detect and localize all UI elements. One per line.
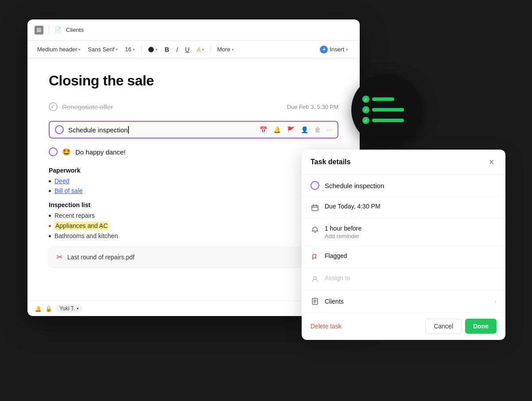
chevron-down-icon: ▾: [116, 47, 118, 52]
chevron-down-icon: ▾: [232, 47, 234, 52]
user-badge[interactable]: Yuki T. ▾: [56, 305, 82, 312]
doc-project-icon: [311, 297, 319, 306]
add-reminder-text[interactable]: Add reminder: [325, 233, 361, 239]
svg-rect-2: [37, 31, 41, 32]
panel-header: Task details ✕: [302, 150, 505, 175]
text-style-dropdown[interactable]: Medium header ▾: [35, 44, 83, 54]
chevron-down-icon: ▾: [346, 47, 348, 52]
flagged-text: Flagged: [325, 252, 347, 259]
panel-due-row[interactable]: Due Today, 4:30 PM: [302, 197, 505, 219]
top-bar: 📄 Clients: [27, 19, 360, 41]
check-circle-done-icon[interactable]: ✓: [49, 102, 58, 111]
panel-title: Task details: [311, 158, 350, 166]
circle-check-icon: ✓: [362, 106, 369, 113]
pdf-icon: ✂: [56, 252, 63, 262]
bell-icon[interactable]: 🔔: [273, 126, 281, 133]
completed-task-text: Renegotiate offer: [62, 103, 113, 111]
separator: [210, 46, 211, 54]
bell-status-icon: 🔔: [35, 305, 42, 312]
doc-title: Clients: [66, 27, 84, 33]
bathrooms-text: Bathrooms and kitchen: [54, 232, 118, 239]
done-button[interactable]: Done: [465, 319, 497, 334]
recent-repairs-text: Recent repairs: [54, 212, 95, 219]
panel-clients-row[interactable]: Clients ›: [302, 290, 505, 312]
appliances-text: Appliances and AC: [54, 222, 109, 230]
reminder-main-text: 1 hour before: [325, 225, 361, 232]
paperwork-list: Deed Bill of sale: [49, 177, 338, 194]
underline-button[interactable]: U: [183, 44, 192, 55]
chevron-down-icon: ▾: [133, 47, 135, 52]
assign-placeholder-text: Assign to: [325, 274, 350, 281]
delete-task-button[interactable]: Delete task: [311, 323, 342, 330]
check-circle-happy-icon[interactable]: [49, 147, 58, 156]
close-button[interactable]: ✕: [486, 157, 497, 167]
circle-task-1: ✓: [362, 96, 411, 103]
svg-rect-1: [37, 30, 41, 31]
deed-link[interactable]: Deed: [54, 177, 69, 185]
file-attachment[interactable]: ✂ Last round of repairs.pdf: [49, 247, 338, 268]
list-item: Deed: [49, 177, 338, 185]
lock-status-icon: 🔒: [45, 305, 52, 312]
color-picker-dropdown[interactable]: ▾: [145, 45, 160, 54]
check-circle-empty-icon[interactable]: [55, 125, 64, 134]
app-icon[interactable]: [35, 26, 43, 35]
separator: [141, 46, 142, 54]
calendar-icon[interactable]: 📅: [260, 126, 267, 133]
task-details-panel: Task details ✕ Schedule inspection Due T…: [302, 150, 505, 340]
footer-buttons: Cancel Done: [425, 319, 497, 334]
list-item: Bathrooms and kitchen: [49, 232, 338, 239]
font-size-dropdown[interactable]: 16 ▾: [122, 44, 137, 54]
svg-rect-3: [312, 205, 318, 211]
panel-footer: Delete task Cancel Done: [302, 312, 505, 340]
bullet-dot: [49, 235, 51, 237]
list-item: Bill of sale: [49, 187, 338, 194]
insert-button[interactable]: + Insert ▾: [315, 43, 353, 56]
circle-task-3: ✓: [362, 117, 411, 124]
bold-button[interactable]: B: [162, 44, 172, 55]
assign-icon[interactable]: 👤: [301, 126, 308, 133]
plus-icon: +: [320, 46, 328, 54]
completed-task-row: ✓ Renegotiate offer Due Feb 3, 5:30 PM: [49, 100, 338, 114]
panel-task-name: Schedule inspection: [325, 182, 384, 189]
panel-task-circle-icon[interactable]: [311, 181, 319, 190]
calendar-icon: [311, 203, 319, 212]
active-task-row[interactable]: Schedule inspection 📅 🔔 🚩 👤 🗑 ···: [49, 121, 338, 139]
list-item: Recent repairs: [49, 212, 338, 219]
font-dropdown[interactable]: Sans Serif ▾: [85, 44, 120, 54]
circle-task-2: ✓: [362, 106, 411, 113]
cancel-button[interactable]: Cancel: [425, 319, 462, 334]
toolbar: Medium header ▾ Sans Serif ▾ 16 ▾ ▾ B I …: [27, 41, 360, 58]
circle-check-icon: ✓: [362, 117, 369, 124]
chevron-right-icon: ›: [494, 298, 497, 305]
doc-icon: 📄: [54, 27, 62, 33]
bullet-dot: [49, 215, 51, 217]
bullet-dot: [49, 180, 51, 182]
highlight-button[interactable]: A ▾: [194, 44, 207, 55]
panel-flag-row[interactable]: Flagged: [302, 246, 505, 268]
task-action-icons: 📅 🔔 🚩 👤 🗑 ···: [260, 126, 332, 133]
more-icon[interactable]: ···: [327, 126, 332, 133]
task-visualization-circle: ✓ ✓ ✓: [351, 74, 422, 145]
panel-reminder-row[interactable]: 1 hour before Add reminder: [302, 219, 505, 246]
bell-icon: [311, 225, 319, 234]
panel-assign-row[interactable]: Assign to: [302, 268, 505, 290]
italic-button[interactable]: I: [174, 44, 181, 55]
divider: [49, 26, 49, 35]
more-dropdown[interactable]: More ▾: [214, 44, 237, 54]
bullet-dot: [49, 225, 51, 227]
highlight-icon: A: [197, 46, 201, 53]
person-icon: [311, 275, 319, 284]
panel-task-name-row: Schedule inspection: [302, 175, 505, 197]
circle-bar: [372, 119, 404, 122]
flag-icon[interactable]: 🚩: [287, 126, 295, 133]
inspection-header: Inspection list: [49, 201, 338, 208]
list-item: Appliances and AC: [49, 222, 338, 230]
paperwork-header: Paperwork: [49, 167, 338, 174]
circle-bar: [372, 97, 394, 101]
doc-heading: Closing the sale: [49, 73, 338, 89]
chevron-down-icon: ▾: [202, 47, 204, 52]
delete-icon[interactable]: 🗑: [315, 126, 321, 133]
happy-emoji: 🤩: [62, 148, 71, 156]
bill-of-sale-link[interactable]: Bill of sale: [54, 187, 83, 194]
chevron-down-icon: ▾: [78, 47, 81, 52]
